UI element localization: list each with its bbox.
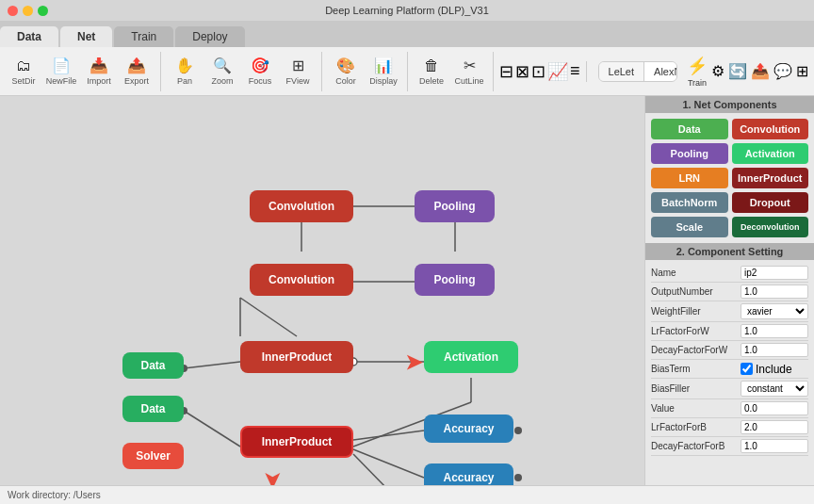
node-data2[interactable]: Data [122,396,184,422]
weightfiller-select[interactable]: xavier constant gaussian [741,303,808,319]
chat-icon[interactable]: 💬 [773,62,792,80]
fview-icon: ⊞ [292,57,304,74]
node-ip1[interactable]: InnerProduct [240,341,353,373]
file-tools: 🗂 SetDir 📄 NewFile 📥 Import 📤 Export [6,52,161,91]
tab-net[interactable]: Net [60,26,112,47]
svg-line-13 [353,454,427,485]
canvas[interactable]: ➤ ➤ Convolution Pooling Convolution Pool… [0,96,644,485]
window-title: Deep Learning Platform (DLP)_V31 [325,5,489,16]
minimize-button[interactable] [23,6,33,16]
tab-deploy[interactable]: Deploy [175,26,244,47]
main-container: ➤ ➤ Convolution Pooling Convolution Pool… [0,96,814,485]
component-setting-header: 2. Component Setting [645,243,814,260]
component-setting-section: 2. Component Setting Name OutputNumber W… [645,243,814,485]
comp-batchnorm[interactable]: BatchNorm [651,192,728,213]
focus-button[interactable]: 🎯 Focus [242,52,278,91]
setting-row-lrfactorb: LrFactorForB [651,418,808,437]
comp-lrn[interactable]: LRN [651,168,728,188]
export-button[interactable]: 📤 Export [119,52,155,91]
statusbar-text: Work directory: /Users [8,490,101,500]
pan-icon: ✋ [175,57,194,74]
setting-row-value: Value [651,399,808,418]
component-grid: Data Convolution Pooling Activation LRN … [645,113,814,243]
fview-button[interactable]: ⊞ FView [280,52,316,91]
expand-icon[interactable]: ⊞ [796,62,808,80]
refresh-icon[interactable]: 🔄 [728,62,747,80]
decayb-input[interactable] [741,439,808,453]
decayw-input[interactable] [741,343,808,357]
svg-line-10 [184,411,240,447]
innerproduct2-arrow: ➤ [260,472,285,485]
model-selector: LeLet AlexNet VGG16 [598,61,677,82]
svg-line-7 [184,362,240,368]
share-icon[interactable]: 📤 [751,62,770,80]
statusbar: Work directory: /Users [0,485,814,504]
setdir-icon: 🗂 [16,57,31,74]
align-icon[interactable]: ⊟ [499,61,513,82]
svg-line-12 [353,449,424,478]
import-icon: 📥 [90,57,108,74]
node-conv1[interactable]: Convolution [250,190,353,222]
zoom-button[interactable]: 🔍 Zoom [204,52,240,91]
name-input[interactable] [741,266,808,280]
value-input[interactable] [741,401,808,415]
svg-line-11 [353,431,424,440]
net-components-section: 1. Net Components Data Convolution Pooli… [645,96,814,243]
delete-button[interactable]: 🗑 Delete [414,52,449,91]
comp-scale[interactable]: Scale [651,217,728,237]
delete-icon: 🗑 [424,57,439,74]
svg-point-17 [514,474,522,481]
bar-icon[interactable]: ≡ [570,61,580,81]
lrfactorw-input[interactable] [741,324,808,338]
align3-icon[interactable]: ⊡ [531,61,545,82]
color-icon: 🎨 [336,57,355,74]
close-button[interactable] [8,6,18,16]
svg-point-16 [514,427,522,434]
train-icon: ⚡ [687,56,708,76]
outputnumber-input[interactable] [741,285,808,299]
lrfactorb-input[interactable] [741,420,808,434]
setting-row-decayw: DecayFactorForW [651,341,808,360]
pan-button[interactable]: ✋ Pan [167,52,203,91]
comp-pooling[interactable]: Pooling [651,143,728,164]
node-data1[interactable]: Data [122,352,184,379]
setting-row-name: Name [651,264,808,283]
node-pool1[interactable]: Pooling [415,190,495,222]
activation-arrow: ➤ [405,350,422,375]
maximize-button[interactable] [38,6,48,16]
comp-innerproduct[interactable]: InnerProduct [732,168,809,188]
tabbar: Data Net Train Deploy [0,21,814,47]
tab-data[interactable]: Data [0,26,58,47]
cutline-icon: ✂ [464,57,476,74]
layout-tools: ⊟ ⊠ ⊡ 📈 ≡ [499,61,587,82]
style-tools: 🎨 Color 📊 Display [328,52,408,91]
settings-icon[interactable]: ⚙ [711,62,724,80]
node-conv2[interactable]: Convolution [250,264,353,296]
node-accuracy1[interactable]: Accuracy [424,415,513,443]
display-button[interactable]: 📊 Display [366,52,401,91]
node-solver[interactable]: Solver [122,443,184,469]
import-button[interactable]: 📥 Import [81,52,117,91]
view-tools: ✋ Pan 🔍 Zoom 🎯 Focus ⊞ FView [167,52,322,91]
color-button[interactable]: 🎨 Color [328,52,364,91]
node-pool2[interactable]: Pooling [415,264,495,296]
biasfiller-select[interactable]: constant xavier [741,381,808,397]
alexnet-button[interactable]: AlexNet [644,62,677,81]
node-accuracy2[interactable]: Accuracy [424,463,513,485]
align2-icon[interactable]: ⊠ [515,61,529,82]
comp-activation[interactable]: Activation [732,143,809,164]
comp-convolution[interactable]: Convolution [732,119,809,139]
node-activation[interactable]: Activation [424,341,518,373]
setdir-button[interactable]: 🗂 SetDir [6,52,41,91]
biasterm-checkbox[interactable] [741,363,753,375]
lenet-button[interactable]: LeLet [599,62,645,81]
train-button[interactable]: ⚡ Train [687,52,708,91]
chart-icon[interactable]: 📈 [547,61,568,82]
comp-deconvolution[interactable]: Deconvolution [732,217,809,237]
cutline-button[interactable]: ✂ CutLine [451,52,487,91]
comp-dropout[interactable]: Dropout [732,192,809,213]
node-ip2[interactable]: InnerProduct [240,426,353,458]
tab-train[interactable]: Train [114,26,173,47]
comp-data[interactable]: Data [651,119,728,139]
newfile-button[interactable]: 📄 NewFile [43,52,79,91]
